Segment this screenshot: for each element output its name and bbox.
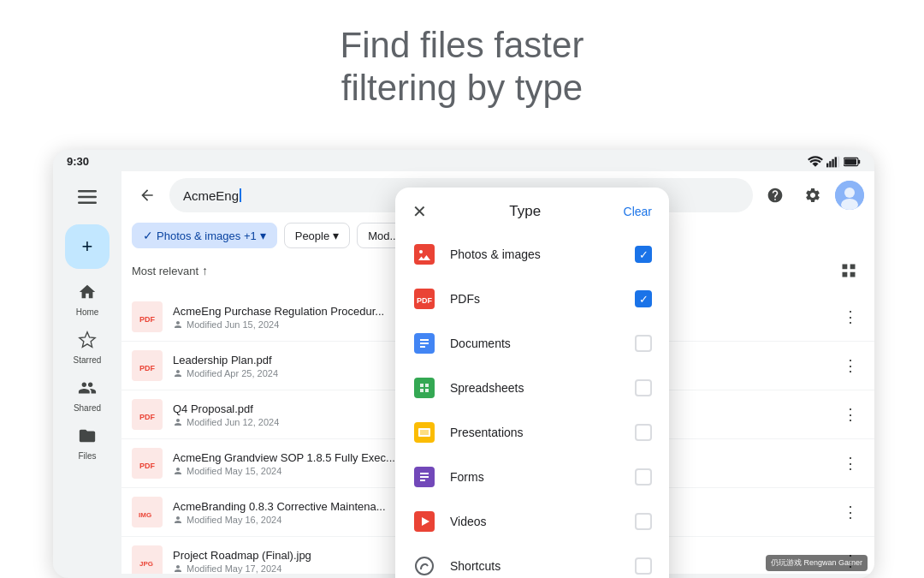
shared-icon bbox=[78, 378, 97, 402]
header-line1: Find files faster bbox=[0, 24, 924, 67]
list-item[interactable]: Presentations bbox=[395, 410, 669, 455]
list-item[interactable]: Documents bbox=[395, 321, 669, 366]
clear-button[interactable]: Clear bbox=[624, 205, 652, 218]
home-icon bbox=[78, 283, 97, 306]
file-thumbnail: JPG bbox=[132, 545, 163, 574]
sidebar-files-label: Files bbox=[78, 451, 96, 461]
shortcuts-checkbox[interactable] bbox=[635, 557, 652, 575]
forms-label: Forms bbox=[450, 470, 621, 484]
pdf-icon: PDF bbox=[412, 287, 436, 311]
svg-text:PDF: PDF bbox=[139, 315, 156, 324]
shortcuts-icon bbox=[412, 554, 436, 578]
status-bar: 9:30 bbox=[53, 150, 874, 171]
pdfs-checkbox[interactable]: ✓ bbox=[635, 290, 652, 307]
videos-icon bbox=[412, 509, 436, 533]
type-dropdown: ✕ Type Clear Photos & images ✓ PDF PDFs … bbox=[395, 188, 669, 578]
header-line2: filtering by type bbox=[0, 67, 924, 110]
list-item[interactable]: Forms bbox=[395, 455, 669, 499]
documents-label: Documents bbox=[450, 337, 621, 350]
forms-icon bbox=[412, 465, 436, 489]
settings-button[interactable] bbox=[797, 180, 828, 211]
more-button[interactable]: ⋮ bbox=[837, 498, 864, 526]
list-item[interactable]: Shortcuts bbox=[395, 544, 669, 578]
svg-rect-4 bbox=[838, 156, 839, 167]
back-button[interactable] bbox=[132, 180, 163, 211]
svg-rect-31 bbox=[414, 378, 435, 398]
close-button[interactable]: ✕ bbox=[412, 201, 427, 222]
sidebar-item-home[interactable]: Home bbox=[56, 277, 118, 322]
presentations-label: Presentations bbox=[450, 426, 621, 439]
sidebar-starred-label: Starred bbox=[74, 355, 102, 365]
spreadsheets-label: Spreadsheets bbox=[450, 381, 621, 395]
photos-icon bbox=[412, 242, 436, 266]
status-time: 9:30 bbox=[67, 155, 89, 168]
dropdown-header: ✕ Type Clear bbox=[395, 188, 669, 232]
battery-icon bbox=[844, 157, 861, 167]
svg-text:PDF: PDF bbox=[139, 364, 156, 372]
svg-rect-10 bbox=[78, 202, 97, 205]
svg-text:PDF: PDF bbox=[139, 462, 156, 470]
hamburger-button[interactable] bbox=[68, 178, 106, 216]
svg-rect-1 bbox=[829, 161, 831, 167]
pdfs-label: PDFs bbox=[450, 292, 621, 306]
more-button[interactable]: ⋮ bbox=[837, 401, 864, 428]
shortcuts-label: Shortcuts bbox=[450, 559, 621, 573]
svg-rect-3 bbox=[835, 157, 837, 167]
spreadsheets-checkbox[interactable] bbox=[635, 379, 652, 396]
svg-point-12 bbox=[844, 188, 855, 198]
star-icon bbox=[78, 331, 97, 354]
sidebar-item-shared[interactable]: Shared bbox=[56, 373, 118, 418]
sidebar-item-starred[interactable]: Starred bbox=[56, 325, 118, 370]
file-thumbnail: IMG bbox=[132, 497, 163, 527]
new-file-fab[interactable]: + bbox=[65, 224, 110, 269]
sidebar-shared-label: Shared bbox=[74, 403, 101, 413]
file-thumbnail: PDF bbox=[132, 301, 163, 332]
svg-point-38 bbox=[416, 557, 433, 575]
forms-checkbox[interactable] bbox=[635, 468, 652, 486]
file-thumbnail: PDF bbox=[132, 448, 163, 479]
grid-view-button[interactable] bbox=[833, 255, 864, 286]
filter-photos-label: Photos & images +1 bbox=[157, 229, 257, 242]
file-thumbnail: PDF bbox=[132, 350, 163, 381]
svg-text:PDF: PDF bbox=[417, 296, 433, 305]
filter-people-label: People bbox=[295, 229, 329, 242]
chevron-down-icon: ▾ bbox=[260, 229, 266, 242]
svg-rect-26 bbox=[414, 244, 435, 265]
svg-rect-34 bbox=[420, 430, 429, 435]
filter-chip-photos[interactable]: ✓ Photos & images +1 ▾ bbox=[132, 223, 277, 248]
more-button[interactable]: ⋮ bbox=[837, 352, 864, 379]
sort-arrow[interactable]: ↑ bbox=[202, 264, 208, 277]
more-button[interactable]: ⋮ bbox=[837, 450, 864, 477]
sort-row: Most relevant ↑ bbox=[132, 264, 208, 277]
file-thumbnail: PDF bbox=[132, 399, 163, 430]
chevron-down-icon-2: ▾ bbox=[333, 229, 339, 242]
user-avatar[interactable] bbox=[835, 181, 864, 210]
toolbar-right bbox=[760, 180, 864, 211]
wifi-icon bbox=[808, 156, 823, 168]
svg-text:IMG: IMG bbox=[139, 511, 151, 519]
more-button[interactable]: ⋮ bbox=[837, 303, 864, 331]
videos-checkbox[interactable] bbox=[635, 513, 652, 530]
sidebar-item-files[interactable]: Files bbox=[56, 421, 118, 466]
list-item[interactable]: Photos & images ✓ bbox=[395, 232, 669, 277]
watermark: 仍玩游戏 Rengwan Garner bbox=[766, 555, 868, 571]
check-icon: ✓ bbox=[143, 229, 153, 242]
presentations-checkbox[interactable] bbox=[635, 424, 652, 441]
filter-chip-people[interactable]: People ▾ bbox=[284, 223, 350, 248]
slides-icon bbox=[412, 420, 436, 444]
help-button[interactable] bbox=[760, 180, 791, 211]
svg-rect-2 bbox=[832, 158, 833, 167]
page-header: Find files faster filtering by type bbox=[0, 0, 924, 129]
docs-icon bbox=[412, 331, 436, 355]
list-item[interactable]: Videos bbox=[395, 499, 669, 544]
status-icons bbox=[808, 156, 861, 168]
list-item[interactable]: PDF PDFs ✓ bbox=[395, 277, 669, 321]
svg-text:JPG: JPG bbox=[139, 560, 153, 568]
documents-checkbox[interactable] bbox=[635, 335, 652, 352]
sheets-icon bbox=[412, 376, 436, 400]
cursor bbox=[240, 188, 241, 202]
photos-label: Photos & images bbox=[450, 247, 621, 261]
list-item[interactable]: Spreadsheets bbox=[395, 366, 669, 410]
signal-icon bbox=[826, 156, 840, 168]
photos-checkbox[interactable]: ✓ bbox=[635, 246, 652, 263]
